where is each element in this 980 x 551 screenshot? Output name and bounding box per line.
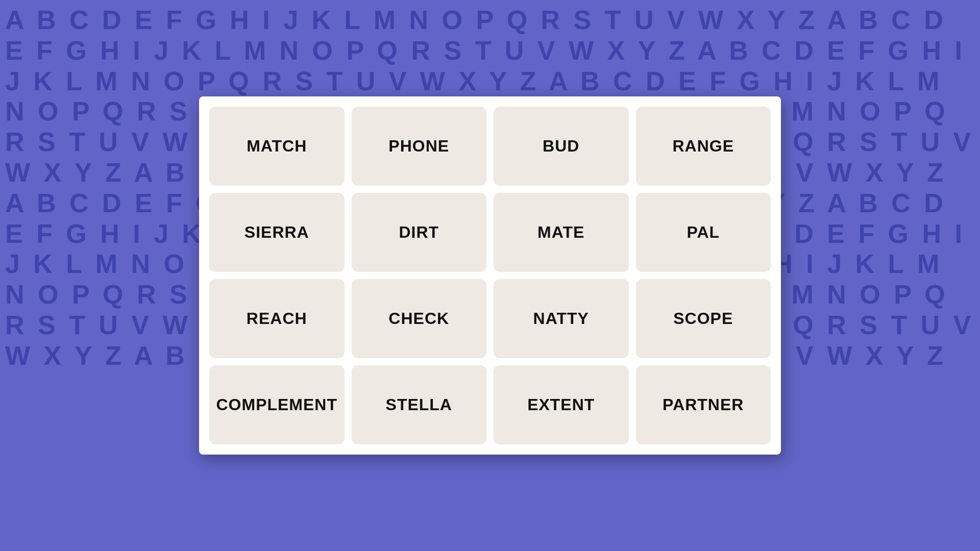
card-label-extent: EXTENT <box>527 395 595 414</box>
card-label-pal: PAL <box>687 223 720 242</box>
card-label-partner: PARTNER <box>663 395 744 414</box>
card-label-check: CHECK <box>388 309 449 328</box>
card-panel: MATCHPHONEBUDRANGESIERRADIRTMATEPALREACH… <box>199 96 781 455</box>
card-mate[interactable]: MATE <box>494 193 629 272</box>
card-range[interactable]: RANGE <box>636 107 771 186</box>
card-scope[interactable]: SCOPE <box>636 279 771 358</box>
card-natty[interactable]: NATTY <box>494 279 629 358</box>
card-complement[interactable]: COMPLEMENT <box>209 365 345 444</box>
card-pal[interactable]: PAL <box>636 193 771 272</box>
card-partner[interactable]: PARTNER <box>636 365 771 444</box>
card-reach[interactable]: REACH <box>209 279 345 358</box>
card-label-stella: STELLA <box>386 395 452 414</box>
card-label-natty: NATTY <box>533 309 589 328</box>
card-label-phone: PHONE <box>388 137 449 156</box>
card-label-complement: COMPLEMENT <box>216 395 337 414</box>
card-extent[interactable]: EXTENT <box>494 365 629 444</box>
card-label-sierra: SIERRA <box>244 223 309 242</box>
card-label-range: RANGE <box>672 137 734 156</box>
card-stella[interactable]: STELLA <box>352 365 487 444</box>
card-label-bud: BUD <box>543 137 579 156</box>
card-label-scope: SCOPE <box>673 309 733 328</box>
card-match[interactable]: MATCH <box>209 107 345 186</box>
card-phone[interactable]: PHONE <box>352 107 487 186</box>
card-sierra[interactable]: SIERRA <box>209 193 345 272</box>
card-dirt[interactable]: DIRT <box>352 193 487 272</box>
card-check[interactable]: CHECK <box>352 279 487 358</box>
card-label-mate: MATE <box>537 223 584 242</box>
card-label-reach: REACH <box>247 309 307 328</box>
card-label-dirt: DIRT <box>399 223 439 242</box>
card-bud[interactable]: BUD <box>494 107 629 186</box>
card-label-match: MATCH <box>247 137 307 156</box>
word-grid: MATCHPHONEBUDRANGESIERRADIRTMATEPALREACH… <box>209 107 771 444</box>
